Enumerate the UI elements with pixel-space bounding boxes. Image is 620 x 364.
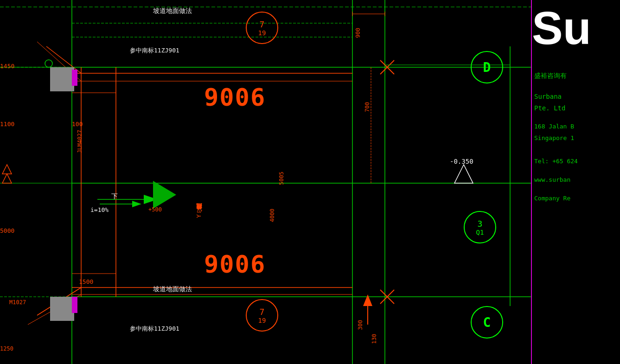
- dim-4000: 4000: [269, 209, 275, 222]
- dim-1500: 1500: [79, 278, 93, 285]
- down-label: 下: [111, 192, 118, 201]
- circle-d: D: [471, 51, 503, 83]
- company-name-cn: 盛裕咨询有: [534, 72, 567, 80]
- gradient-label: i=10%: [90, 206, 109, 213]
- svg-marker-44: [132, 201, 141, 207]
- green-arrow-right: [153, 181, 176, 209]
- dim-700: 700: [364, 102, 371, 112]
- company-website: www.surban: [534, 176, 570, 183]
- vertical-annotation: 仅Y向用疏导措施: [195, 134, 203, 218]
- dim-5000: 5000: [0, 227, 14, 234]
- logo-text: Su: [532, 5, 591, 54]
- circle-c-label: C: [483, 315, 491, 330]
- circle-3-num: 3: [478, 219, 483, 229]
- dim-1450: 1450: [0, 63, 14, 70]
- cad-drawing: 9006 9006 7 19 7 19 D C 3 Q1 坡道地面做法 参中南标…: [0, 0, 531, 364]
- dim-5005: 5005: [278, 172, 285, 185]
- dim-130: 130: [371, 334, 377, 344]
- circle-d-label: D: [483, 60, 491, 75]
- dim-900: 900: [355, 28, 361, 38]
- bot-circle-sub: 19: [258, 317, 266, 324]
- jlm-label: JLM4027: [77, 130, 83, 153]
- dim-300: 300: [357, 320, 364, 330]
- svg-marker-35: [454, 165, 473, 183]
- slope-label-bot: 坡道地面做法: [153, 285, 192, 294]
- top-circle-num: 7: [260, 19, 265, 29]
- company-logo: Su: [532, 5, 620, 70]
- ref-label-top: 参中南标11ZJ901: [130, 46, 179, 55]
- company-addr2: Singapore 1: [534, 134, 574, 141]
- gray-rect-bot: [50, 297, 74, 321]
- top-circle-sub: 19: [258, 29, 266, 37]
- purple-rect-top: [72, 70, 77, 86]
- circle-3-sub: Q1: [476, 229, 484, 236]
- company-addr1: 168 Jalan B: [534, 123, 574, 130]
- large-number-top: 9006: [204, 83, 266, 111]
- slope-label-top: 坡道地面做法: [153, 7, 192, 15]
- company-info-panel: Su 盛裕咨询有 Surbana Pte. Ltd 168 Jalan B Si…: [531, 0, 620, 364]
- svg-marker-30: [363, 294, 372, 306]
- purple-rect-bot: [72, 297, 77, 313]
- bot-circle-num: 7: [260, 307, 265, 317]
- circle-3-q1: 3 Q1: [464, 211, 496, 243]
- company-reg: Company Re: [534, 195, 570, 202]
- ref-label-bot: 参中南标11ZJ901: [130, 325, 179, 333]
- svg-marker-37: [2, 165, 12, 174]
- dim-1100: 1100: [0, 121, 14, 128]
- dim-500: +500: [148, 206, 162, 213]
- gray-rect-top: [50, 67, 74, 91]
- m1027-label: M1027: [9, 299, 26, 306]
- svg-marker-38: [2, 174, 12, 183]
- company-tel: Tel: +65 624: [534, 158, 578, 165]
- top-ref-circle: 7 19: [246, 12, 278, 44]
- circle-c: C: [471, 306, 503, 338]
- dim-100: 100: [72, 121, 83, 128]
- elevation-neg035: -0.350: [450, 158, 473, 165]
- bot-ref-circle: 7 19: [246, 299, 278, 332]
- svg-point-36: [45, 60, 52, 67]
- company-name-en2: Pte. Ltd: [534, 104, 565, 112]
- dim-1250: 1250: [0, 345, 13, 352]
- company-name-en1: Surbana: [534, 93, 562, 100]
- large-number-bottom: 9006: [204, 250, 266, 278]
